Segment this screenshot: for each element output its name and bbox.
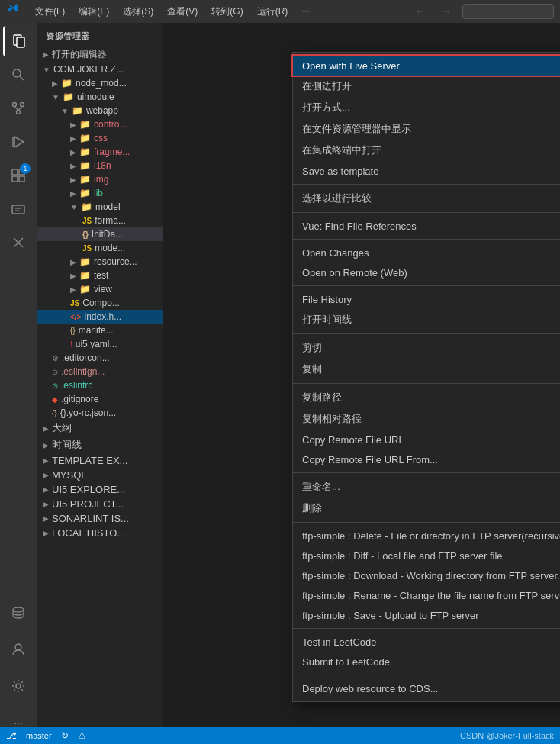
sidebar-item-outline[interactable]: ▶ 大纲 (37, 420, 163, 436)
activity-search[interactable] (3, 60, 34, 90)
tree-item-lib[interactable]: ▶ 📁 lib (37, 186, 163, 200)
folder-icon: 📁 (79, 160, 91, 171)
menu-item-ftp-rename[interactable]: ftp-simple : Rename - Change the file na… (293, 585, 560, 605)
json-file-icon: {} (82, 230, 89, 239)
tree-item-resource[interactable]: ▶ 📁 resource... (37, 255, 163, 269)
activity-extensions[interactable]: 1 (3, 160, 34, 191)
menu-item-ftp-download[interactable]: ftp-simple : Download - Working director… (293, 565, 560, 585)
arrow-icon: ▶ (43, 456, 49, 465)
tree-item-gitignore[interactable]: ◆ .gitignore (37, 392, 163, 406)
sidebar-item-open-editors[interactable]: ▶ 打开的编辑器 (37, 47, 163, 63)
tree-item-view[interactable]: ▶ 📁 view (37, 282, 163, 296)
arrow-icon: ▶ (70, 176, 76, 184)
activity-database[interactable] (3, 597, 34, 628)
menu-item-file-history[interactable]: File History ▶ (293, 289, 560, 309)
svg-point-21 (15, 644, 21, 650)
menu-item-copy-remote-url[interactable]: Copy Remote File URL (293, 430, 560, 449)
sidebar-item-timeline[interactable]: ▶ 时间线 (37, 436, 163, 453)
menu-item-submit-leetcode[interactable]: Submit to LeetCode (293, 652, 560, 672)
sidebar-item-template-ex[interactable]: ▶ TEMPLATE EX... (37, 453, 163, 468)
title-search-input[interactable] (462, 4, 554, 19)
menu-item-open-terminal[interactable]: 在集成终端中打开 (293, 140, 560, 161)
tree-item-model-js[interactable]: JS mode... (37, 241, 163, 255)
menu-item-cut[interactable]: 剪切 Ctrl+X (293, 337, 560, 359)
tree-item-uimodule[interactable]: ▼ 📁 uimodule (37, 90, 163, 104)
activity-accounts[interactable] (3, 634, 34, 665)
activity-remote[interactable] (3, 194, 34, 224)
arrow-icon: ▶ (70, 121, 76, 129)
menu-item-live-server[interactable]: Open with Live Server Alt+L Alt+O (293, 56, 560, 76)
menu-item-open-remote[interactable]: Open on Remote (Web) ▶ (293, 262, 560, 282)
sidebar-item-ui5-project[interactable]: ▶ UI5 PROJECT... (37, 497, 163, 511)
activity-x[interactable] (3, 227, 34, 258)
tree-item-component-js[interactable]: JS Compo... (37, 296, 163, 310)
gear-icon (11, 678, 26, 694)
sidebar-item-local-history[interactable]: ▶ LOCAL HISTO... (37, 526, 163, 540)
svg-point-4 (13, 103, 17, 107)
activity-run[interactable] (3, 127, 34, 157)
menu-item-open-side[interactable]: 在侧边打开 Ctrl+Enter (293, 76, 560, 97)
tree-item-eslintrc[interactable]: ⊙ .eslintrc (37, 378, 163, 392)
arrow-icon: ▶ (43, 441, 49, 449)
tree-item-node-modules[interactable]: ▶ 📁 node_mod... (37, 76, 163, 90)
menu-item-ftp-delete[interactable]: ftp-simple : Delete - File or directory … (293, 526, 560, 546)
tree-item-editorconfig[interactable]: ⚙ .editorcon... (37, 351, 163, 365)
arrow-icon: ▶ (70, 134, 76, 143)
sidebar-item-ui5-explorer[interactable]: ▶ UI5 EXPLORE... (37, 482, 163, 497)
menu-item-delete[interactable]: 删除 Delete (293, 498, 560, 519)
activity-source-control[interactable] (3, 93, 34, 124)
status-branch-name[interactable]: master (26, 731, 52, 740)
tree-item-ui5-yaml[interactable]: ! ui5.yaml... (37, 337, 163, 351)
menu-item-copy-path[interactable]: 复制路径 Shift+Alt+C (293, 387, 560, 408)
menu-item-deploy-cds[interactable]: Deploy web resource to CDS... (293, 678, 560, 698)
menu-item-copy[interactable]: 复制 Ctrl+C (293, 359, 560, 380)
tree-item-initdata[interactable]: {} InitDa... (37, 227, 163, 241)
menu-item-rename[interactable]: 重命名... F2 (293, 476, 560, 498)
tree-item-format-js[interactable]: JS forma... (37, 214, 163, 227)
menu-item-ftp-diff[interactable]: ftp-simple : Diff - Local file and FTP s… (293, 546, 560, 565)
menu-item-vue-refs[interactable]: Vue: Find File References (293, 216, 560, 236)
activity-explorer[interactable] (3, 26, 34, 56)
tree-item-yorc[interactable]: {} {}.yo-rc.json... (37, 406, 163, 420)
menu-edit[interactable]: 编辑(E) (72, 4, 115, 20)
tree-item-webapp[interactable]: ▼ 📁 webapp (37, 104, 163, 118)
menu-goto[interactable]: 转到(G) (205, 4, 249, 20)
menu-item-open-changes[interactable]: Open Changes ▶ (293, 243, 560, 262)
tree-item-i18n[interactable]: ▶ 📁 i18n (37, 159, 163, 172)
menu-item-open-timeline[interactable]: 打开时间线 (293, 309, 560, 330)
titlebar-nav: ← → (410, 4, 554, 19)
menu-item-ftp-save[interactable]: ftp-simple : Save - Upload to FTP server… (293, 605, 560, 625)
sidebar-item-mysql[interactable]: ▶ MYSQL (37, 468, 163, 482)
sidebar-item-project[interactable]: ▼ COM.JOKER.Z... (37, 63, 163, 76)
tree-item-manifest[interactable]: {} manife... (37, 324, 163, 337)
nav-back-button[interactable]: ← (410, 4, 430, 19)
menu-more[interactable]: ··· (295, 4, 315, 20)
menu-select[interactable]: 选择(S) (117, 4, 159, 20)
menu-item-compare[interactable]: 选择以进行比较 (293, 188, 560, 209)
tree-item-model[interactable]: ▼ 📁 model (37, 200, 163, 214)
menu-item-test-leetcode[interactable]: Test in LeetCode (293, 632, 560, 652)
activity-settings[interactable] (3, 671, 34, 701)
nav-forward-button[interactable]: → (436, 4, 456, 19)
menu-item-reveal-explorer[interactable]: 在文件资源管理器中显示 Shift+Alt+R (293, 118, 560, 140)
menu-separator-8 (293, 522, 560, 523)
file-icon: ⊙ (52, 368, 58, 376)
tree-item-test[interactable]: ▶ 📁 test (37, 269, 163, 282)
menu-item-copy-relative-path[interactable]: 复制相对路径 Ctrl+K Ctrl+Shift+C (293, 408, 560, 430)
sidebar-item-sonarlint[interactable]: ▶ SONARLINT IS... (37, 511, 163, 526)
svg-point-20 (13, 607, 24, 612)
menu-item-copy-remote-url-from[interactable]: Copy Remote File URL From... (293, 449, 560, 469)
status-sync-icon[interactable]: ↻ (61, 730, 69, 741)
tree-item-img[interactable]: ▶ 📁 img (37, 172, 163, 186)
tree-item-controller[interactable]: ▶ 📁 contro... (37, 118, 163, 131)
menu-view[interactable]: 查看(V) (161, 4, 204, 20)
tree-item-index-html[interactable]: </> index.h... (37, 310, 163, 324)
menu-run[interactable]: 运行(R) (251, 4, 294, 20)
tree-item-eslintignore[interactable]: ⊙ .eslintign... (37, 365, 163, 378)
menu-file[interactable]: 文件(F) (29, 4, 71, 20)
tree-item-css[interactable]: ▶ 📁 css (37, 131, 163, 145)
tree-item-fragments[interactable]: ▶ 📁 fragme... (37, 145, 163, 159)
menu-item-save-template[interactable]: Save as template (293, 161, 560, 181)
close-icon (11, 235, 26, 250)
menu-item-open-with[interactable]: 打开方式... (293, 97, 560, 118)
